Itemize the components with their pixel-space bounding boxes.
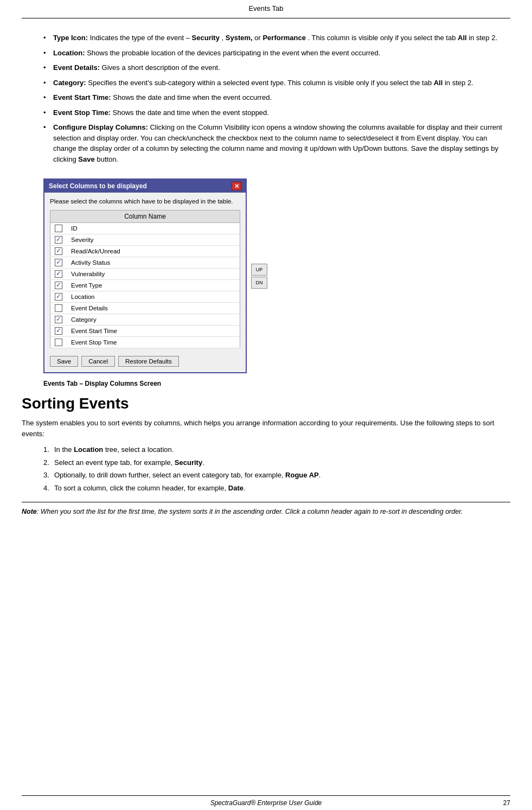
columns-table-header: Column Name: [50, 211, 240, 223]
table-row: Vulnerability: [50, 269, 240, 280]
footer-center: SpectraGuard® Enterprise User Guide: [38, 799, 494, 807]
checkbox-event-stop-time[interactable]: [55, 339, 62, 346]
column-name-header: Column Name: [50, 211, 240, 223]
column-name-id: ID: [67, 223, 240, 234]
checkbox-cell-event-type[interactable]: [50, 280, 67, 291]
list-item-configure-display: Configure Display Columns: Clicking on t…: [43, 122, 510, 164]
column-name-event-stop-time: Event Stop Time: [67, 337, 240, 348]
column-name-activity-status: Activity Status: [67, 257, 240, 269]
step-num-2: 2.: [22, 457, 54, 468]
bullet-label-event-details: Event Details:: [53, 63, 100, 72]
save-button[interactable]: Save: [50, 356, 78, 367]
up-dn-buttons: UP DN: [251, 264, 267, 289]
column-name-event-details: Event Details: [67, 303, 240, 314]
checkbox-event-details[interactable]: [55, 304, 62, 312]
dialog-body: Please select the columns which have to …: [44, 193, 246, 353]
bullet-label-category: Category:: [53, 79, 86, 87]
up-button[interactable]: UP: [251, 264, 267, 276]
dialog-title: Select Columns to be displayed: [49, 182, 147, 190]
checkbox-activity-status[interactable]: [55, 259, 62, 266]
checkbox-category[interactable]: [55, 316, 62, 323]
checkbox-cell-id[interactable]: [50, 223, 67, 234]
table-row: Severity: [50, 234, 240, 246]
column-name-location: Location: [67, 291, 240, 303]
table-row: Read/Ack/Unread: [50, 246, 240, 257]
step-content-1: In the Location tree, select a location.: [54, 444, 510, 455]
restore-defaults-button[interactable]: Restore Defaults: [118, 356, 179, 367]
note-box: Note: When you sort the list for the fir…: [22, 502, 510, 517]
table-row: Category: [50, 314, 240, 326]
sorting-steps-list: 1. In the Location tree, select a locati…: [22, 444, 510, 493]
checkbox-event-start-time[interactable]: [55, 327, 62, 335]
list-item-category: Category: Specifies the event's sub-cate…: [43, 78, 510, 88]
page-container: Events Tab Type Icon: Indicates the type…: [0, 0, 532, 810]
list-item-location: Location: Shows the probable location of…: [43, 48, 510, 59]
cancel-button[interactable]: Cancel: [81, 356, 115, 367]
dialog-titlebar: Select Columns to be displayed ✕: [44, 180, 246, 193]
dialog-description: Please select the columns which have to …: [50, 197, 240, 206]
checkbox-vulnerability[interactable]: [55, 270, 62, 278]
sorting-events-heading: Sorting Events: [22, 395, 510, 412]
table-row: ID: [50, 223, 240, 234]
select-columns-dialog: Select Columns to be displayed ✕ Please …: [43, 178, 247, 373]
bullet-label-location: Location:: [53, 49, 85, 57]
page-footer: SpectraGuard® Enterprise User Guide 27: [22, 795, 510, 810]
table-row: Location: [50, 291, 240, 303]
bullet-list: Type Icon: Indicates the type of the eve…: [43, 33, 510, 164]
table-row: Event Type: [50, 280, 240, 291]
content-area: Type Icon: Indicates the type of the eve…: [22, 27, 510, 795]
list-item-event-details: Event Details: Gives a short description…: [43, 62, 510, 73]
column-name-event-start-time: Event Start Time: [67, 326, 240, 337]
step-content-4: To sort a column, click the column heade…: [54, 483, 510, 494]
step-num-1: 1.: [22, 444, 54, 455]
table-wrapper: Select Columns to be displayed ✕ Please …: [43, 178, 247, 373]
checkbox-event-type[interactable]: [55, 282, 62, 289]
list-item-step4: 4. To sort a column, click the column he…: [22, 483, 510, 494]
checkbox-cell-location[interactable]: [50, 291, 67, 303]
column-name-event-type: Event Type: [67, 280, 240, 291]
dialog-container: Select Columns to be displayed ✕ Please …: [43, 178, 247, 373]
step-content-2: Select an event type tab, for example, S…: [54, 457, 510, 468]
checkbox-cell-activity-status[interactable]: [50, 257, 67, 269]
column-name-vulnerability: Vulnerability: [67, 269, 240, 280]
checkbox-read-ack[interactable]: [55, 247, 62, 255]
checkbox-severity[interactable]: [55, 236, 62, 244]
list-item-step2: 2. Select an event type tab, for example…: [22, 457, 510, 468]
checkbox-location[interactable]: [55, 293, 62, 301]
step-content-3: Optionally, to drill down further, selec…: [54, 470, 510, 481]
checkbox-id[interactable]: [55, 225, 62, 232]
table-row: Activity Status: [50, 257, 240, 269]
list-item-event-stop-time: Event Stop Time: Shows the date and time…: [43, 107, 510, 118]
table-row: Event Stop Time: [50, 337, 240, 348]
step-num-4: 4.: [22, 483, 54, 494]
list-item-step1: 1. In the Location tree, select a locati…: [22, 444, 510, 455]
column-name-category: Category: [67, 314, 240, 326]
list-item-type-icon: Type Icon: Indicates the type of the eve…: [43, 33, 510, 43]
dn-button[interactable]: DN: [251, 277, 267, 289]
dialog-footer: Save Cancel Restore Defaults: [44, 353, 246, 372]
table-row: Event Details: [50, 303, 240, 314]
checkbox-cell-event-details[interactable]: [50, 303, 67, 314]
checkbox-cell-read-ack[interactable]: [50, 246, 67, 257]
checkbox-cell-category[interactable]: [50, 314, 67, 326]
checkbox-cell-severity[interactable]: [50, 234, 67, 246]
column-name-severity: Severity: [67, 234, 240, 246]
bullet-label-event-start: Event Start Time:: [53, 93, 111, 101]
bullet-label-event-stop: Event Stop Time:: [53, 109, 111, 117]
footer-page-num: 27: [494, 799, 510, 807]
step-num-3: 3.: [22, 470, 54, 481]
checkbox-cell-event-stop-time[interactable]: [50, 337, 67, 348]
columns-table: Column Name ID: [50, 210, 240, 348]
bullet-label-configure: Configure Display Columns:: [53, 123, 148, 131]
note-text: Note: When you sort the list for the fir…: [22, 508, 463, 515]
sorting-intro: The system enables you to sort events by…: [22, 418, 510, 439]
checkbox-cell-vulnerability[interactable]: [50, 269, 67, 280]
page-title: Events Tab: [22, 0, 510, 18]
bullet-label-type-icon: Type Icon:: [53, 34, 88, 42]
list-item-step3: 3. Optionally, to drill down further, se…: [22, 470, 510, 481]
checkbox-cell-event-start-time[interactable]: [50, 326, 67, 337]
list-item-event-start-time: Event Start Time: Shows the date and tim…: [43, 92, 510, 103]
dialog-caption: Events Tab – Display Columns Screen: [43, 380, 510, 387]
table-row: Event Start Time: [50, 326, 240, 337]
dialog-close-button[interactable]: ✕: [232, 182, 241, 190]
